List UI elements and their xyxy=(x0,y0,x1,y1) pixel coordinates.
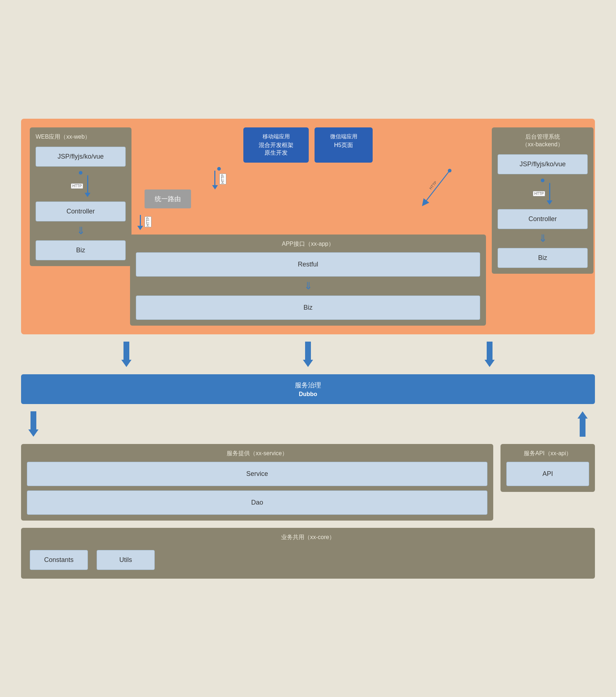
dubbo-to-bottom-arrows xyxy=(21,411,595,437)
http-down-left: HTTP xyxy=(212,171,226,189)
wechat-label: 微信端应用 xyxy=(323,133,364,140)
backend-controller-box: Controller xyxy=(498,209,588,229)
line xyxy=(214,171,215,185)
http-tag-web: HTTP xyxy=(71,183,83,189)
core-utils-box: Utils xyxy=(97,550,155,570)
head xyxy=(485,360,495,367)
wechat-box: 微信端应用 H5页面 xyxy=(315,127,373,163)
mobile-wechat-row: 移动端应用 混合开发框架 原生开发 微信端应用 H5页面 xyxy=(130,127,486,163)
service-section: 服务提供（xx-service） Service Dao xyxy=(21,444,493,521)
body xyxy=(31,411,36,429)
diagonal-arrows-svg: HTTP xyxy=(413,167,486,211)
middle-inner: 移动端应用 混合开发框架 原生开发 微信端应用 H5页面 xyxy=(130,127,486,326)
arrow-right xyxy=(484,342,495,367)
app-section: APP接口（xx-app） Restful ⇓ Biz xyxy=(130,235,486,326)
backend-column: 后台管理系统 （xx-backend） JSP/flyjs/ko/vue HTT… xyxy=(492,127,586,326)
http-tag-router: HTTP xyxy=(145,216,151,229)
top-three-col: WEB应用（xx-web） JSP/flyjs/ko/vue HTTP xyxy=(30,127,586,326)
top-container: WEB应用（xx-web） JSP/flyjs/ko/vue HTTP xyxy=(21,119,595,334)
dubbo-down-arrow xyxy=(28,411,38,437)
dubbo-subtitle: Dubbo xyxy=(28,391,588,398)
backend-jsp-box: JSP/flyjs/ko/vue xyxy=(498,154,588,174)
web-section-label: WEB应用（xx-web） xyxy=(36,133,126,141)
head xyxy=(578,411,588,419)
top-to-dubbo-arrows xyxy=(21,342,595,367)
arrow-body xyxy=(85,175,90,197)
service-service-box: Service xyxy=(27,462,487,486)
svg-line-2 xyxy=(424,171,450,203)
router-area: HTTP 统一路由 xyxy=(130,167,486,211)
backend-arrow-1: ⇓ xyxy=(498,233,588,244)
line xyxy=(140,215,141,226)
backend-section-label: 后台管理系统 （xx-backend） xyxy=(498,133,588,148)
wechat-to-app: HTTP xyxy=(308,167,486,211)
body xyxy=(487,342,493,360)
service-dao-box: Dao xyxy=(27,490,487,515)
service-section-label: 服务提供（xx-service） xyxy=(27,450,487,457)
router-box: 统一路由 xyxy=(145,189,191,208)
arrow-mobile-down xyxy=(212,171,218,189)
web-section: WEB应用（xx-web） JSP/flyjs/ko/vue HTTP xyxy=(30,127,131,266)
api-api-box: API xyxy=(506,462,589,486)
backend-http-group: HTTP xyxy=(533,183,552,205)
arrow-left xyxy=(121,342,132,367)
architecture-diagram: WEB应用（xx-web） JSP/flyjs/ko/vue HTTP xyxy=(21,119,595,579)
backend-http-arrow: HTTP xyxy=(498,179,588,205)
app-arrow-1: ⇓ xyxy=(136,281,480,291)
api-section-label: 服务API（xx-api） xyxy=(506,450,589,457)
head xyxy=(303,360,313,367)
web-controller-box: Controller xyxy=(36,201,126,221)
head xyxy=(121,360,131,367)
web-arrow-1: ⇓ xyxy=(36,226,126,236)
app-biz-box: Biz xyxy=(136,295,480,320)
head xyxy=(28,429,38,437)
http-tag-backend: HTTP xyxy=(533,191,545,196)
arrow-center xyxy=(303,342,313,367)
arrow-body-backend xyxy=(547,183,552,205)
web-jsp-box: JSP/flyjs/ko/vue xyxy=(36,147,126,167)
wechat-content: H5页面 xyxy=(323,142,364,149)
dot-mobile xyxy=(217,167,221,171)
app-section-label: APP接口（xx-app） xyxy=(136,240,480,248)
core-content: Constants Utils xyxy=(27,547,589,573)
bottom-row: 服务提供（xx-service） Service Dao 服务API（xx-ap… xyxy=(21,444,595,521)
api-section: 服务API（xx-api） API xyxy=(500,444,595,492)
http-arrow-group: HTTP xyxy=(71,175,90,197)
web-http-arrow: HTTP xyxy=(36,171,126,197)
router-to-app-arrow: HTTP xyxy=(137,215,486,230)
body xyxy=(580,419,585,437)
mobile-content: 混合开发框架 原生开发 xyxy=(252,142,300,157)
svg-text:HTTP: HTTP xyxy=(429,180,438,190)
dot xyxy=(79,171,82,175)
web-column: WEB应用（xx-web） JSP/flyjs/ko/vue HTTP xyxy=(30,127,124,326)
http-tag-mobile: HTTP xyxy=(219,174,226,186)
dubbo-bar: 服务治理 Dubbo xyxy=(21,374,595,404)
backend-section: 后台管理系统 （xx-backend） JSP/flyjs/ko/vue HTT… xyxy=(492,127,593,274)
core-section-label: 业务共用（xx-core） xyxy=(27,534,589,541)
arrow-line xyxy=(87,175,88,193)
line xyxy=(549,183,550,200)
core-section: 业务共用（xx-core） Constants Utils xyxy=(21,528,595,579)
head xyxy=(137,226,143,230)
router-arrow-down xyxy=(137,215,143,230)
middle-column: 移动端应用 混合开发框架 原生开发 微信端应用 H5页面 xyxy=(130,127,486,326)
head xyxy=(547,200,552,205)
dubbo-title: 服务治理 xyxy=(28,381,588,390)
mobile-label: 移动端应用 xyxy=(252,133,300,140)
core-constants-box: Constants xyxy=(30,550,88,570)
arrow-head xyxy=(85,193,90,197)
mobile-box: 移动端应用 混合开发框架 原生开发 xyxy=(243,127,309,163)
dubbo-up-arrow-api xyxy=(578,411,588,437)
body xyxy=(305,342,311,360)
dot-backend xyxy=(541,179,544,182)
backend-biz-box: Biz xyxy=(498,248,588,268)
app-restful-box: Restful xyxy=(136,252,480,277)
web-biz-box: Biz xyxy=(36,240,126,260)
body xyxy=(123,342,129,360)
head xyxy=(212,185,218,189)
mobile-to-router: HTTP 统一路由 xyxy=(130,167,308,208)
